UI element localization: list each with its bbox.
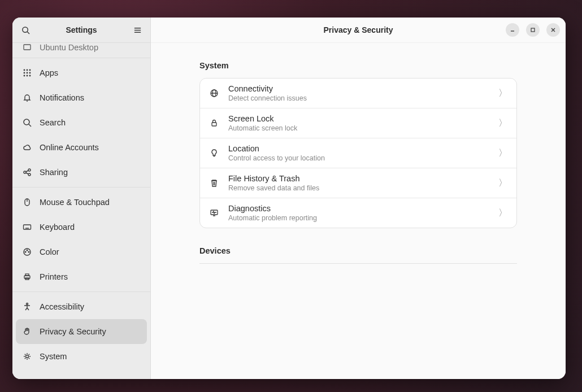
- row-title: Diagnostics: [228, 204, 489, 213]
- svg-rect-35: [25, 274, 29, 276]
- sidebar-item-ubuntu-desktop[interactable]: Ubuntu Desktop: [12, 43, 150, 55]
- apps-icon: [23, 68, 32, 77]
- row-subtitle: Control access to your location: [228, 154, 489, 162]
- sidebar-item-search[interactable]: Search: [12, 110, 150, 135]
- sidebar-item-mouse-touchpad[interactable]: Mouse & Touchpad: [12, 190, 150, 215]
- row-file-history-trash[interactable]: File History & Trash Remove saved data a…: [200, 168, 516, 198]
- sidebar-item-label: Keyboard: [40, 223, 75, 232]
- gear-icon: [23, 352, 32, 361]
- svg-point-31: [27, 250, 28, 251]
- sidebar-title: Settings: [38, 25, 124, 34]
- sidebar-item-label: Printers: [40, 272, 68, 281]
- sidebar-item-label: Accessibility: [40, 302, 84, 311]
- sidebar-item-label: Search: [40, 118, 66, 127]
- svg-rect-25: [24, 225, 31, 229]
- svg-point-10: [27, 72, 28, 74]
- section-title-devices: Devices: [199, 246, 517, 255]
- row-subtitle: Automatic problem reporting: [228, 214, 489, 222]
- location-bulb-icon: [209, 148, 219, 158]
- section-title-system: System: [199, 61, 517, 70]
- svg-point-20: [28, 173, 31, 176]
- svg-rect-44: [531, 28, 535, 32]
- sidebar-item-privacy-security[interactable]: Privacy & Security: [16, 319, 147, 344]
- row-subtitle: Automatic screen lock: [228, 124, 489, 132]
- svg-point-37: [27, 303, 28, 305]
- minimize-button[interactable]: [506, 23, 519, 37]
- row-location[interactable]: Location Control access to your location…: [200, 138, 516, 168]
- svg-point-6: [24, 69, 25, 71]
- hamburger-icon: [133, 26, 142, 34]
- sidebar-item-color[interactable]: Color: [12, 239, 150, 264]
- sidebar-separator: [12, 187, 150, 188]
- accessibility-icon: [23, 302, 32, 311]
- row-subtitle: Remove saved data and files: [228, 184, 489, 192]
- row-connectivity[interactable]: Connectivity Detect connection issues 〉: [200, 79, 516, 108]
- sidebar-item-printers[interactable]: Printers: [12, 264, 150, 289]
- printer-icon: [23, 272, 32, 281]
- row-text: Connectivity Detect connection issues: [228, 84, 489, 102]
- chevron-right-icon: 〉: [498, 117, 507, 129]
- settings-window: Settings Ubuntu Desktop: [12, 18, 566, 379]
- maximize-button[interactable]: [526, 23, 540, 37]
- sidebar-separator: [12, 58, 150, 58]
- hamburger-menu-button[interactable]: [129, 21, 146, 38]
- svg-line-17: [29, 124, 31, 127]
- devices-list-border: [199, 263, 517, 264]
- sidebar: Settings Ubuntu Desktop: [12, 18, 151, 379]
- svg-point-42: [26, 355, 29, 358]
- cloud-icon: [23, 143, 32, 152]
- row-diagnostics[interactable]: Diagnostics Automatic problem reporting …: [200, 198, 516, 228]
- globe-icon: [209, 88, 219, 98]
- trash-icon: [209, 178, 219, 188]
- svg-line-40: [25, 308, 27, 310]
- svg-point-13: [27, 75, 28, 77]
- sidebar-item-label: Color: [40, 247, 59, 256]
- svg-rect-50: [212, 123, 216, 126]
- search-button[interactable]: [17, 21, 34, 38]
- share-icon: [23, 168, 32, 177]
- sidebar-item-sharing[interactable]: Sharing: [12, 160, 150, 185]
- chevron-right-icon: 〉: [498, 177, 507, 189]
- row-title: Location: [228, 144, 489, 153]
- close-button[interactable]: [546, 23, 560, 37]
- search-icon: [23, 118, 32, 127]
- row-text: Diagnostics Automatic problem reporting: [228, 204, 489, 222]
- sidebar-item-label: Mouse & Touchpad: [40, 198, 110, 207]
- svg-point-32: [28, 251, 29, 252]
- svg-point-33: [25, 251, 26, 252]
- row-text: Location Control access to your location: [228, 144, 489, 162]
- minimize-icon: [510, 27, 515, 33]
- row-screen-lock[interactable]: Screen Lock Automatic screen lock 〉: [200, 108, 516, 138]
- sidebar-item-accessibility[interactable]: Accessibility: [12, 294, 150, 319]
- chevron-right-icon: 〉: [498, 147, 507, 159]
- row-text: Screen Lock Automatic screen lock: [228, 114, 489, 132]
- svg-point-19: [28, 169, 31, 171]
- sidebar-item-keyboard[interactable]: Keyboard: [12, 215, 150, 239]
- svg-point-7: [27, 69, 28, 71]
- svg-line-22: [26, 173, 28, 174]
- svg-line-1: [27, 32, 29, 34]
- sidebar-item-apps[interactable]: Apps: [12, 60, 150, 85]
- svg-point-8: [29, 69, 31, 71]
- row-title: Screen Lock: [228, 114, 489, 123]
- svg-point-9: [24, 72, 25, 74]
- sidebar-item-online-accounts[interactable]: Online Accounts: [12, 135, 150, 160]
- sidebar-item-label: Ubuntu Desktop: [40, 43, 98, 52]
- main-content: System Connectivity Detect connection is…: [151, 43, 566, 379]
- svg-line-41: [27, 308, 29, 310]
- sidebar-list: Ubuntu Desktop Apps Notifications Se: [12, 43, 150, 379]
- sidebar-item-label: Sharing: [40, 168, 68, 177]
- bell-icon: [23, 93, 32, 102]
- row-text: File History & Trash Remove saved data a…: [228, 174, 489, 192]
- sidebar-separator: [12, 291, 150, 292]
- sidebar-item-system[interactable]: System: [12, 344, 150, 369]
- svg-point-18: [24, 171, 26, 173]
- window-controls: [503, 23, 560, 37]
- hand-privacy-icon: [23, 327, 32, 336]
- diagnostics-monitor-icon: [209, 208, 219, 218]
- ubuntu-desktop-icon: [23, 43, 32, 52]
- svg-point-0: [22, 27, 27, 32]
- chevron-right-icon: 〉: [498, 88, 507, 99]
- sidebar-item-notifications[interactable]: Notifications: [12, 85, 150, 110]
- search-icon: [21, 26, 30, 34]
